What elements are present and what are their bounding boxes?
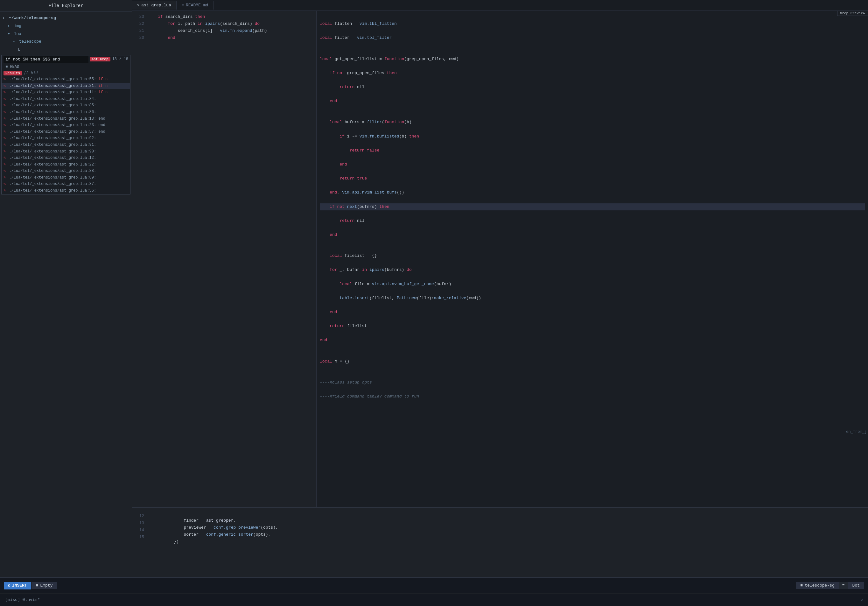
result-item[interactable]: ✎ ./lua/tel/_extensions/ast_grep.lua:87:	[2, 181, 130, 188]
result-item[interactable]: ✎ ./lua/tel/_extensions/ast_grep.lua:84:	[2, 96, 130, 103]
tree-file[interactable]: L	[0, 46, 132, 54]
telescope-label: telescope-sg	[805, 583, 835, 588]
result-item[interactable]: ✎ ./lua/tel/_extensions/ast_grep.lua:56:	[2, 188, 130, 194]
results-badge: Results	[3, 71, 22, 75]
file-icon: ✎	[3, 97, 6, 101]
preview-code: local flatten = vim.tbl_flatten local fi…	[316, 11, 868, 507]
editor-split: 23 if search_dirs then 22 for i, path in…	[132, 11, 868, 507]
tab-ast-grep[interactable]: ✎ ast_grep.lua	[132, 1, 177, 9]
file-explorer: File Explorer ▸ ~/work/telescope-sg ▸ im…	[0, 0, 132, 577]
status-bar: ✘ INSERT ■ Empty ■ telescope-sg ≡ Bot	[0, 577, 868, 593]
status-lines-icon: ≡	[839, 582, 848, 589]
tree-telescope[interactable]: ▾ telescope	[0, 38, 132, 46]
buffer-icon: ■	[36, 583, 39, 588]
result-item[interactable]: ✎ ./lua/tel/_extensions/ast_grep.lua:57:…	[2, 129, 130, 135]
file-icon: ✎	[3, 77, 6, 81]
folder-icon: ▸	[8, 23, 10, 28]
result-item-selected[interactable]: ✎ ./lua/tel/_extensions/ast_grep.lua:21:…	[2, 83, 130, 89]
file-icon: ✎	[3, 90, 6, 95]
status-telescope: ■ telescope-sg	[796, 582, 839, 589]
bottom-code-area: finder = ast_grepper, previewer = conf.g…	[161, 508, 868, 577]
file-icon: ✎	[3, 182, 6, 186]
file-icon: ✎	[3, 155, 6, 160]
grep-preview-badge: Grep Preview	[837, 11, 868, 16]
result-item[interactable]: ✎ ./lua/tel/_extensions/ast_grep.lua:85:	[2, 102, 130, 109]
ast-grep-badge: Ast Grep	[90, 57, 110, 61]
file-tree: ▸ ~/work/telescope-sg ▸ img ▾ lua ▾ tele…	[0, 12, 132, 577]
results-list: ✎ ./lua/tel/_extensions/ast_grep.lua:55:…	[2, 76, 130, 194]
preview-pane: Grep Preview local flatten = vim.tbl_fla…	[316, 11, 868, 507]
bottom-editor: 12 13 14 15 finder = ast_grepper, previe…	[132, 507, 868, 577]
tab-bar: ✎ ast_grep.lua ≡ README.md	[132, 0, 868, 11]
folder-icon: ■	[800, 583, 803, 588]
lines-icon: ≡	[842, 583, 845, 588]
result-item[interactable]: ✎ ./lua/tel/_extensions/ast_grep.lua:90:	[2, 148, 130, 155]
file-icon: ✎	[3, 110, 6, 114]
file-icon: L	[18, 47, 20, 52]
search-header: Ast Grep 18 / 18	[2, 55, 130, 63]
file-icon: ✎	[3, 162, 6, 167]
tree-lua[interactable]: ▾ lua	[0, 30, 132, 38]
folder-open-icon: ▾	[8, 31, 10, 36]
code-lines: 23 if search_dirs then 22 for i, path in…	[132, 11, 316, 44]
status-insert: ✘ INSERT	[4, 582, 31, 589]
result-item[interactable]: ✎ ./lua/tel/_extensions/ast_grep.lua:92:	[2, 135, 130, 141]
result-item[interactable]: ✎ ./lua/tel/_extensions/ast_grep.lua:13:…	[2, 115, 130, 122]
file-icon: ✎	[3, 129, 6, 134]
tab-readme[interactable]: ≡ README.md	[177, 1, 214, 9]
insert-label: INSERT	[12, 583, 27, 588]
insert-icon: ✘	[8, 583, 10, 588]
empty-label: Empty	[40, 583, 53, 588]
editor-pane: 23 if search_dirs then 22 for i, path in…	[132, 11, 316, 507]
code-line: 21 search_dirs[i] = vim.fn.expand(path)	[132, 27, 316, 34]
file-icon: ✎	[3, 169, 6, 173]
status-bot: Bot	[848, 582, 864, 589]
file-icon: ✎	[3, 188, 6, 193]
result-item[interactable]: ✎ ./lua/tel/_extensions/ast_grep.lua:86:	[2, 109, 130, 115]
tree-img[interactable]: ▸ img	[0, 22, 132, 30]
folder-icon: ▸	[3, 16, 5, 20]
file-icon: ✎	[3, 117, 6, 121]
command-line: [misc] 0:nvim* ↗	[0, 593, 868, 606]
panel-title: File Explorer	[0, 0, 132, 12]
result-item[interactable]: ✎ ./lua/tel/_extensions/ast_grep.lua:55:…	[2, 76, 130, 83]
folder-open-icon: ▾	[13, 39, 15, 44]
file-icon: ✎	[3, 84, 6, 88]
bottom-line-numbers: 12 13 14 15	[132, 508, 161, 577]
result-item[interactable]: ✎ ./lua/tel/_extensions/ast_grep.lua:22:	[2, 162, 130, 168]
result-item[interactable]: ✎ ./lua/tel/_extensions/ast_grep.lua:91:	[2, 141, 130, 148]
file-modified-icon: ✎	[137, 3, 140, 8]
search-input[interactable]	[3, 56, 88, 63]
editor-area: ✎ ast_grep.lua ≡ README.md 23 if search_…	[132, 0, 868, 577]
hidden-count: (2 hid	[24, 71, 37, 75]
file-icon: ✎	[3, 143, 6, 147]
result-item[interactable]: ✎ ./lua/tel/_extensions/ast_grep.lua:88:	[2, 168, 130, 174]
search-counter: 18 / 18	[112, 57, 128, 61]
result-item[interactable]: ✎ ./lua/tel/_extensions/ast_grep.lua:12:	[2, 155, 130, 162]
status-right: ■ telescope-sg ≡ Bot	[796, 582, 864, 589]
status-empty: ■ Empty	[31, 582, 57, 589]
ast-grep-panel: Ast Grep 18 / 18 ■ READ Results (2 hid ✎…	[1, 55, 130, 194]
result-item[interactable]: ✎ ./lua/tel/_extensions/ast_grep.lua:89:	[2, 174, 130, 181]
results-header: Results (2 hid	[2, 70, 130, 76]
command-right-icon: ↗	[860, 597, 863, 603]
file-icon: ≡	[182, 3, 184, 8]
code-line: 20 end	[132, 34, 316, 41]
result-item[interactable]: ✎ ./lua/tel/_extensions/ast_grep.lua:23:…	[2, 122, 130, 129]
result-item[interactable]: ✎ ./lua/tel/_extensions/ast_grep.lua:11:…	[2, 89, 130, 96]
file-icon: ✎	[3, 123, 6, 127]
code-line: 23 if search_dirs then	[132, 13, 316, 20]
file-icon: ✎	[3, 149, 6, 154]
command-text: [misc] 0:nvim*	[5, 597, 40, 602]
code-line: 22 for i, path in ipairs(search_dirs) do	[132, 20, 316, 27]
file-icon: ✎	[3, 136, 6, 140]
file-icon: ✎	[3, 176, 6, 180]
en-from-j-label: en_from_j	[846, 430, 867, 434]
tree-root[interactable]: ▸ ~/work/telescope-sg	[0, 14, 132, 22]
read-label: ■ READ	[3, 64, 21, 70]
bot-label: Bot	[852, 583, 860, 588]
file-icon: ✎	[3, 103, 6, 107]
